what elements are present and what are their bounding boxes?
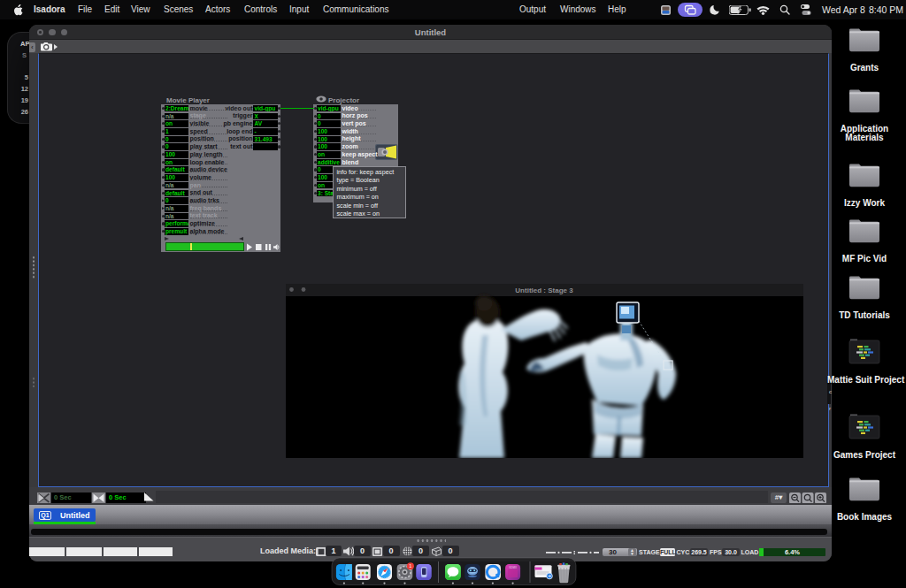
svg-text:Untitled : Stage 3: Untitled : Stage 3 — [515, 286, 573, 294]
svg-text:1: 1 — [409, 563, 411, 569]
svg-text:VDMX: VDMX — [509, 566, 517, 569]
